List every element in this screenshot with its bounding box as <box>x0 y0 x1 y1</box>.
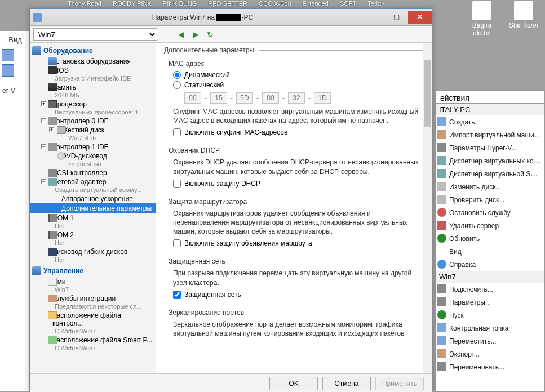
refresh-button[interactable]: ↻ <box>205 29 216 40</box>
action-start[interactable]: Пуск <box>436 309 544 322</box>
mac-byte-input[interactable]: 00 <box>184 92 201 104</box>
tree-install-hardware[interactable]: Установка оборудования <box>30 57 156 66</box>
desktop-right-icons: Bagira old.txt Star Колл <box>466 1 539 37</box>
tree-name[interactable]: Имя <box>30 277 156 286</box>
prev-button[interactable]: ◀ <box>175 29 187 40</box>
desktop-file-icon[interactable]: Star Колл <box>508 1 539 37</box>
hyperv-manager-left: Вид er-V <box>0 31 31 391</box>
mirror-group-title: Зеркалирование портов <box>169 309 422 317</box>
hdd-icon <box>57 126 66 134</box>
settings-tree[interactable]: Оборудование Установка оборудования BIOS… <box>30 43 156 373</box>
mac-byte-input[interactable]: 15 <box>210 92 227 104</box>
redacted-hostname <box>216 14 241 21</box>
cancel-button[interactable]: Отмена <box>322 377 371 390</box>
action-virtual-switch-mgr[interactable]: Диспетчер виртуальных коммут <box>436 154 544 167</box>
toolbar-icon[interactable] <box>2 64 14 77</box>
protected-group-title: Защищенная сеть <box>169 257 422 265</box>
tree-com1[interactable]: COM 1 <box>30 213 156 222</box>
dhcp-checkbox[interactable]: Включить защиту DHCP <box>173 180 422 188</box>
scrollbar-thumb[interactable] <box>424 60 431 127</box>
mac-spoof-checkbox[interactable]: Включить спуфинг MAC-адресов <box>173 128 422 136</box>
next-button[interactable]: ▶ <box>190 29 201 40</box>
tree-checkpoint-location[interactable]: Расположение файла контрол... <box>30 311 156 328</box>
toolbar-icon[interactable] <box>2 49 14 61</box>
tree-name-sub: Win7 <box>30 286 156 294</box>
action-checkpoint[interactable]: Контрольная точка <box>436 322 544 335</box>
minimize-button[interactable]: — <box>361 11 384 24</box>
tree-floppy-sub: Нет <box>30 256 156 264</box>
collapse-icon[interactable]: − <box>41 144 46 149</box>
action-move[interactable]: Переместить... <box>436 335 544 348</box>
action-import-vm[interactable]: Импорт виртуальной машины... <box>436 128 544 141</box>
action-inspect-disk[interactable]: Проверить диск... <box>436 193 544 206</box>
tree-memory[interactable]: Память <box>30 83 156 92</box>
tree-scsi[interactable]: SCSI-контроллер <box>30 168 156 177</box>
dialog-titlebar[interactable]: Параметры Win7 на -PC — ▢ ✕ <box>30 9 432 26</box>
tree-bios[interactable]: BIOS <box>30 66 156 75</box>
content-scrollbar[interactable] <box>423 43 432 373</box>
desktop-file-icon[interactable]: Bagira old.txt <box>466 1 498 37</box>
apply-button[interactable]: Применить <box>375 377 424 390</box>
action-view[interactable]: Вид <box>436 245 544 258</box>
view-menu[interactable]: Вид <box>0 31 30 47</box>
tree-network-adapter[interactable]: −Сетевой адаптер <box>30 177 156 186</box>
mirror-description: Зеркальное отображение порта делает возм… <box>173 320 422 338</box>
action-edit-disk[interactable]: Изменить диск... <box>436 180 544 193</box>
close-button[interactable]: ✕ <box>408 11 432 24</box>
action-hyperv-settings[interactable]: Параметры Hyper-V... <box>436 141 544 154</box>
bios-icon <box>48 66 57 74</box>
com-icon <box>48 214 57 222</box>
tree-dvd[interactable]: DVD-дисковод <box>30 152 156 161</box>
action-help[interactable]: Справка <box>436 258 544 271</box>
name-icon <box>48 278 57 286</box>
vm-selector[interactable]: Win7 <box>33 28 157 41</box>
action-refresh[interactable]: Обновить <box>436 232 544 245</box>
tree-cpu-sub: Виртуальных процессоров: 1 <box>30 109 156 117</box>
router-description: Охранник маршрутизаторов удаляет сообщен… <box>173 209 422 237</box>
mac-byte-input[interactable]: 00 <box>262 92 279 104</box>
tree-hdd[interactable]: +Жесткий диск <box>30 126 156 135</box>
expand-icon[interactable]: + <box>49 127 54 132</box>
action-virtual-san-mgr[interactable]: Диспетчер виртуальной SAN... <box>436 167 544 180</box>
mac-static-radio[interactable]: Статический <box>173 81 422 89</box>
tree-integration-services[interactable]: Службы интеграции <box>30 294 156 303</box>
actions-vm-header: Win7 <box>436 271 544 283</box>
tree-hw-acceleration[interactable]: Аппаратное ускорение <box>30 194 156 203</box>
tree-node-hyperv[interactable]: er-V <box>0 80 30 101</box>
action-rename[interactable]: Переименовать... <box>436 360 544 373</box>
smart-icon <box>48 336 57 344</box>
action-export[interactable]: Экспорт... <box>436 348 544 360</box>
action-create[interactable]: Создать <box>436 115 544 128</box>
memory-icon <box>48 83 57 91</box>
expand-icon[interactable]: + <box>41 101 46 106</box>
action-connect[interactable]: Подключить... <box>436 283 544 296</box>
management-icon <box>32 266 41 275</box>
tree-ide0[interactable]: −Контроллер 0 IDE <box>30 117 156 126</box>
mac-dynamic-radio[interactable]: Динамический <box>173 71 422 79</box>
tree-cpu[interactable]: +Процессор <box>30 100 156 109</box>
port-mirroring-group: Зеркалирование портов Зеркальное отображ… <box>169 309 422 338</box>
action-settings[interactable]: Параметры... <box>436 296 544 309</box>
protected-checkbox[interactable]: Защищенная сеть <box>173 291 422 299</box>
mac-byte-input[interactable]: 5D <box>236 92 253 104</box>
mac-byte-input[interactable]: 32 <box>288 92 305 104</box>
maximize-button[interactable]: ▢ <box>384 11 408 24</box>
dvd-icon <box>57 152 65 160</box>
tree-advanced-params[interactable]: Дополнительные параметры <box>30 203 156 213</box>
tree-smartpaging-location[interactable]: Расположение файла Smart P... <box>30 336 156 345</box>
action-remove-server[interactable]: Удалить сервер <box>436 219 544 232</box>
collapse-icon[interactable]: − <box>41 179 46 184</box>
router-checkbox[interactable]: Включить защиту объявления маршрута <box>173 239 422 247</box>
action-stop-service[interactable]: Остановить службу <box>436 206 544 219</box>
tree-ide1[interactable]: −Контроллер 1 IDE <box>30 142 156 152</box>
mac-byte-input[interactable]: 1D <box>314 92 331 104</box>
ok-button[interactable]: OK <box>269 377 318 390</box>
ide-icon <box>48 143 57 151</box>
ide-icon <box>48 117 57 125</box>
tree-com2[interactable]: COM 2 <box>30 230 156 239</box>
tree-floppy[interactable]: Дисковод гибких дисков <box>30 247 156 256</box>
tree-bios-sub: Загрузка с Интерфейс IDE <box>30 75 156 83</box>
nic-icon <box>48 178 57 186</box>
collapse-icon[interactable]: − <box>41 118 46 123</box>
mac-bytes-row: 00- 15- 5D- 00- 32- 1D <box>184 92 422 104</box>
